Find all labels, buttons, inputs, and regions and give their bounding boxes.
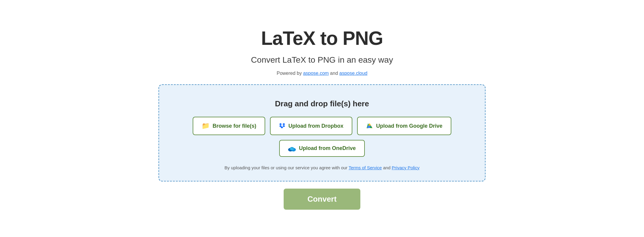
powered-by-separator: and	[330, 71, 339, 76]
aspose-cloud-link[interactable]: aspose.cloud	[339, 71, 367, 76]
dropbox-icon	[279, 123, 285, 129]
powered-by-text: Powered by	[277, 71, 303, 76]
google-drive-icon	[366, 122, 373, 129]
dropbox-button-label: Upload from Dropbox	[288, 123, 343, 129]
onedrive-icon	[288, 146, 296, 151]
folder-icon: 📁	[202, 122, 210, 130]
drop-label: Drag and drop file(s) here	[275, 99, 369, 108]
upload-buttons: 📁 Browse for file(s) Upload from Dropbox	[171, 117, 473, 157]
terms-prefix: By uploading your files or using our ser…	[224, 165, 348, 170]
page-title: LaTeX to PNG	[261, 27, 383, 49]
browse-button-label: Browse for file(s)	[213, 123, 256, 129]
drop-zone[interactable]: Drag and drop file(s) here 📁 Browse for …	[158, 84, 486, 181]
google-drive-button-label: Upload from Google Drive	[376, 123, 442, 129]
terms-link[interactable]: Terms of Service	[349, 165, 382, 170]
terms-separator: and	[383, 165, 392, 170]
dropbox-button[interactable]: Upload from Dropbox	[270, 117, 352, 135]
convert-button[interactable]: Convert	[284, 189, 360, 210]
onedrive-button[interactable]: Upload from OneDrive	[279, 140, 365, 157]
page-subtitle: Convert LaTeX to PNG in an easy way	[251, 55, 393, 65]
browse-button[interactable]: 📁 Browse for file(s)	[193, 117, 265, 135]
powered-by: Powered by aspose.com and aspose.cloud	[277, 71, 367, 76]
page-wrapper: LaTeX to PNG Convert LaTeX to PNG in an …	[158, 27, 486, 210]
onedrive-button-label: Upload from OneDrive	[299, 145, 356, 151]
aspose-com-link[interactable]: aspose.com	[303, 71, 329, 76]
terms-text: By uploading your files or using our ser…	[224, 165, 420, 170]
privacy-link[interactable]: Privacy Policy	[392, 165, 420, 170]
google-drive-button[interactable]: Upload from Google Drive	[357, 117, 451, 135]
